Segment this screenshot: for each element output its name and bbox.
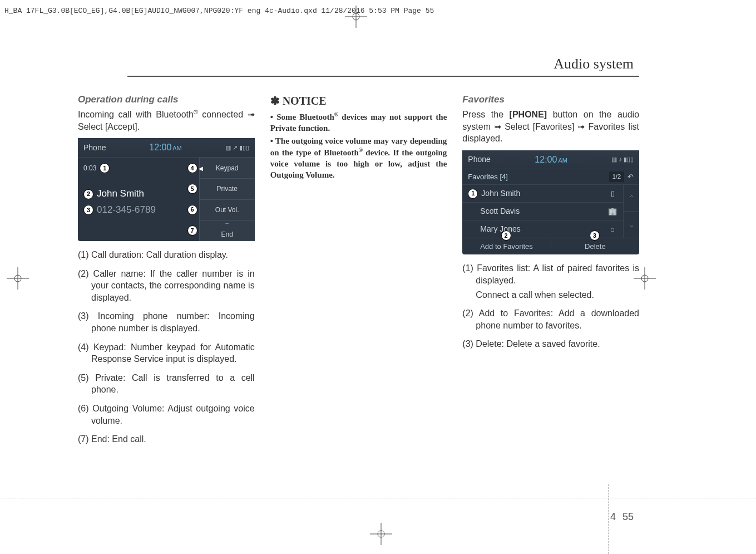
ss2-clock: 12:00AM xyxy=(491,154,612,166)
back-icon[interactable]: ↶ xyxy=(627,172,634,182)
keypad-label: Keypad xyxy=(216,164,239,173)
col1-list: (1) Call duration: Call duration display… xyxy=(78,249,255,445)
col1-item-5: (5) Private: Call is transferred to a ce… xyxy=(78,372,255,396)
marker-4: 4 xyxy=(187,163,197,173)
column-1: Operation during calls Incoming call wit… xyxy=(78,94,255,452)
chapter-number: 4 xyxy=(610,511,616,522)
registered-mark-3: ® xyxy=(359,147,363,153)
vertical-crop-line xyxy=(608,484,609,554)
col1-item-2: (2) Caller name: If the caller number is… xyxy=(78,268,255,304)
ss1-button-column: 4◀ Keypad 5 Private 6 Out Vol. 7 ⌒ End xyxy=(199,158,255,241)
office-icon: 🏢 xyxy=(607,207,617,217)
private-button[interactable]: 5 Private xyxy=(199,179,255,199)
favorites-title: Favorites [4] xyxy=(468,172,609,182)
ss2-topbar: Phone 12:00AM ▥ ♪ ▮▯▯ xyxy=(462,150,639,170)
ss2-app-label: Phone xyxy=(468,154,490,165)
ss2-time: 12:00 xyxy=(535,155,557,164)
ss1-duration: 0:03 xyxy=(83,164,96,173)
col3-item-3: (3) Delete: Delete a saved favorite. xyxy=(462,338,639,350)
favorites-footer: 2 Add to Favorites 3 Delete xyxy=(462,238,639,255)
ss1-clock: 12:00AM xyxy=(106,141,225,154)
scroll-down-button[interactable]: ⌄ xyxy=(624,211,639,238)
registration-mark-left xyxy=(7,267,29,292)
fav-name-1: John Smith xyxy=(481,188,520,199)
favorites-header: Favorites [4] 1/2 ↶ xyxy=(462,169,639,185)
notice-bullet-1: • Some Bluetooth® devices may not suppor… xyxy=(270,111,447,134)
page-number-value: 55 xyxy=(622,511,634,522)
fav-marker-2: 2 xyxy=(501,231,511,241)
col1-item-4: (4) Keypad: Number keypad for Automatic … xyxy=(78,341,255,365)
favorites-scroll: ⌃ ⌄ xyxy=(623,185,639,238)
section-title: Audio system xyxy=(554,56,634,72)
registration-mark-top xyxy=(345,6,367,28)
notice-bullet-2: • The outgoing voice volume may vary dep… xyxy=(270,135,447,181)
add-label: Add to Favorites xyxy=(480,242,533,251)
ss2-ampm: AM xyxy=(558,157,567,164)
ss1-time: 12:00 xyxy=(149,143,171,152)
favorites-list: 1John Smith ▯ Scott Davis 🏢 Mary Jones ⌂ xyxy=(462,185,623,238)
mobile-icon: ▯ xyxy=(607,189,617,199)
registration-mark-bottom xyxy=(370,523,392,547)
ss1-number-row: 3 012-345-6789 xyxy=(83,204,194,217)
ss1-left-pane: 0:03 1 2 John Smith 3 012-345-6789 xyxy=(78,158,199,241)
ss1-app-label: Phone xyxy=(83,143,106,153)
col1-item-6: (6) Outgoing Volume: Adjust outgoing voi… xyxy=(78,403,255,426)
notice-body: • Some Bluetooth® devices may not suppor… xyxy=(270,111,447,181)
ss1-caller-row: 2 John Smith xyxy=(83,188,194,200)
col3-item-1b: Connect a call when selected. xyxy=(462,289,639,301)
col3-item-1a: (1) Favorites list: A list of paired fav… xyxy=(462,262,639,286)
delete-label: Delete xyxy=(585,242,606,251)
scroll-up-button[interactable]: ⌃ xyxy=(624,185,639,211)
private-label: Private xyxy=(216,184,237,193)
keypad-button[interactable]: 4◀ Keypad xyxy=(199,158,255,179)
ss1-caller-name: John Smith xyxy=(97,188,144,200)
marker-5: 5 xyxy=(187,184,197,194)
col3-intro-a: Press the xyxy=(462,110,509,119)
notice-b1a: • Some Bluetooth xyxy=(270,112,334,121)
ss1-status-icons: ▥ ↗ ▮▯▯ xyxy=(225,144,249,152)
end-button[interactable]: 7 ⌒ End xyxy=(199,220,255,241)
notice-heading: ✽ NOTICE xyxy=(270,94,447,109)
marker-1: 1 xyxy=(100,163,110,173)
end-label: End xyxy=(221,230,233,239)
ss1-ampm: AM xyxy=(172,145,182,151)
favorites-page-indicator: 1/2 xyxy=(609,171,624,182)
col3-item-2: (2) Add to Favorites: Add a downloaded p… xyxy=(462,307,639,331)
marker-2: 2 xyxy=(83,189,93,199)
col1-item-7: (7) End: End call. xyxy=(78,433,255,445)
col1-intro-a: Incoming call with Bluetooth xyxy=(78,110,194,119)
fav-name-2: Scott Davis xyxy=(468,206,607,217)
col3-list: (1) Favorites list: A list of paired fav… xyxy=(462,262,639,350)
page-number: 455 xyxy=(610,511,634,523)
registration-mark-right xyxy=(634,267,656,292)
title-rule xyxy=(127,76,639,77)
content-columns: Operation during calls Incoming call wit… xyxy=(78,94,639,452)
fav-marker-1: 1 xyxy=(468,189,478,199)
fav-name-3: Mary Jones xyxy=(468,224,607,234)
home-icon: ⌂ xyxy=(607,224,617,234)
marker-3: 3 xyxy=(83,205,93,215)
outvol-button[interactable]: 6 Out Vol. xyxy=(199,200,255,220)
delete-button[interactable]: 3 Delete xyxy=(551,238,639,255)
favorite-row-1[interactable]: 1John Smith ▯ xyxy=(462,185,623,203)
col1-item-1: (1) Call duration: Call duration display… xyxy=(78,249,255,261)
phone-button-label: [PHONE] xyxy=(510,110,547,119)
column-2: ✽ NOTICE • Some Bluetooth® devices may n… xyxy=(270,94,447,452)
ss1-phone-number: 012-345-6789 xyxy=(97,204,156,217)
outvol-label: Out Vol. xyxy=(215,205,239,214)
favorite-row-2[interactable]: Scott Davis 🏢 xyxy=(462,203,623,220)
ss1-duration-row: 0:03 1 xyxy=(83,163,194,173)
fav-marker-3: 3 xyxy=(590,231,600,241)
col1-intro: Incoming call with Bluetooth® connected … xyxy=(78,109,255,133)
end-call-icon: ⌒ xyxy=(224,222,230,230)
marker-7: 7 xyxy=(187,225,197,236)
print-header: H_BA 17FL_G3.0B[ECO_EG],G4.0B[EG]AUDIO_N… xyxy=(4,7,434,15)
col3-heading: Favorites xyxy=(462,94,639,106)
ss2-status-icons: ▥ ♪ ▮▯▯ xyxy=(611,155,634,164)
col3-intro: Press the [PHONE] button on the audio sy… xyxy=(462,109,639,145)
col1-item-3: (3) Incoming phone number: Incoming phon… xyxy=(78,310,255,334)
add-to-favorites-button[interactable]: 2 Add to Favorites xyxy=(462,238,550,255)
registered-mark: ® xyxy=(194,109,198,115)
ss1-topbar: Phone 12:00AM ▥ ↗ ▮▯▯ xyxy=(78,138,255,158)
marker-6: 6 xyxy=(187,205,197,215)
